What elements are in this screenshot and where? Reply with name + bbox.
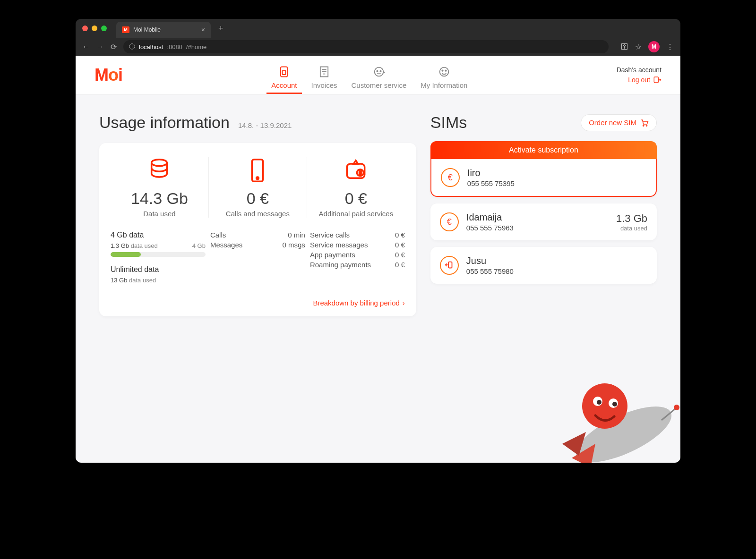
plan1-progress [111,252,206,257]
reload-icon[interactable]: ⟳ [111,42,117,51]
bookmark-star-icon[interactable]: ☆ [635,42,642,51]
url-port: :8080 [167,43,182,51]
nav-label: Invoices [311,81,337,89]
header-account-area: Dash's account Log out [617,66,662,84]
cart-icon [640,119,649,127]
address-bar[interactable]: ⓘ localhost:8080/#home [123,40,609,53]
face-icon [438,65,451,78]
messages-value: 0 msgs [283,241,305,249]
info-icon: ⓘ [129,42,135,51]
svg-point-16 [646,125,647,126]
svg-rect-9 [654,77,658,83]
plan2-title: Unlimited data [111,265,206,274]
svg-rect-17 [448,262,452,268]
sim-card-idamaija[interactable]: € Idamaija 055 555 75963 1.3 Gb data use… [430,203,657,240]
plan1-used: 1.3 Gb [111,242,129,249]
activate-subscription-button[interactable]: Activate subscription [430,141,657,159]
account-name: Dash's account [617,66,662,74]
browser-tab-bar: M Moi Mobile × + [76,19,680,38]
sim-name: Idamaija [466,212,514,223]
metric-label: Calls and messages [214,210,302,218]
url-path: /#home [186,43,206,51]
nav-label: Customer service [352,81,407,89]
plan1-cap: 4 Gb [192,242,206,249]
svg-point-19 [582,383,627,429]
password-key-icon[interactable]: ⚿ [621,42,628,51]
svg-point-15 [643,125,644,126]
sim-number: 055 555 75963 [466,224,514,232]
nav-label: Account [271,81,297,89]
sim-card-jusu[interactable]: Jusu 055 555 75980 [430,247,657,284]
menu-dots-icon[interactable]: ⋮ [666,42,674,51]
transfer-icon [440,256,459,275]
chevron-right-icon: › [403,299,405,307]
metric-data: 14.3 Gb Data used [111,157,208,218]
svg-point-6 [439,68,448,76]
usage-column: Usage information 14.8. - 13.9.2021 14.3… [99,113,416,316]
metric-label: Data used [115,210,204,218]
browser-tab[interactable]: M Moi Mobile × [116,22,211,38]
euro-icon: € [440,212,459,231]
euro-icon: € [441,168,460,187]
logout-label: Log out [628,76,650,84]
order-btn-label: Order new SIM [589,119,636,127]
logout-link[interactable]: Log out [628,76,662,84]
metric-value: 14.3 Gb [115,189,204,208]
srv-label: App payments [310,251,355,259]
sim-selected-group: Activate subscription € Iiro 055 555 753… [430,141,657,197]
breakdown-link[interactable]: Breakdown by billing period › [111,299,405,307]
nav-account[interactable]: Account [271,65,297,94]
browser-toolbar: ← → ⟳ ⓘ localhost:8080/#home ⚿ ☆ M ⋮ [76,38,680,56]
usage-card: 14.3 Gb Data used 0 € Calls and messages… [99,143,416,316]
messages-label: Messages [210,241,242,249]
calls-label: Calls [210,231,226,239]
svg-point-4 [377,71,378,72]
sim-number: 055 555 75980 [466,267,514,275]
sim-usage-label: data used [616,225,647,232]
tab-title: Moi Mobile [133,26,161,33]
order-new-sim-button[interactable]: Order new SIM [581,114,657,131]
svg-rect-1 [283,71,286,75]
svg-point-7 [442,70,443,71]
database-icon [146,157,172,184]
svg-point-24 [674,405,679,410]
profile-avatar[interactable]: M [648,41,660,52]
sim-number: 055 555 75395 [467,179,515,187]
rocket-mascot-illustration [501,349,680,463]
sim-name: Jusu [466,255,514,266]
nav-invoices[interactable]: Invoices [311,65,337,94]
srv-value: 0 € [395,261,405,269]
main-content: Usage information 14.8. - 13.9.2021 14.3… [76,94,680,335]
logo[interactable]: Moi [94,65,122,85]
sim-usage-value: 1.3 Gb [616,212,647,225]
window-minimize-icon[interactable] [92,25,97,31]
svg-point-18 [568,395,679,463]
nav-my-information[interactable]: My Information [421,65,467,94]
headset-icon [372,65,386,78]
forward-icon[interactable]: → [96,42,104,51]
srv-value: 0 € [395,241,405,249]
svg-point-8 [445,70,446,71]
sims-title: SIMs [430,113,467,132]
usage-title: Usage information [99,113,230,132]
nav-customer-service[interactable]: Customer service [352,65,407,94]
new-tab-icon[interactable]: + [218,24,223,34]
plan1-used-lbl: data used [131,242,158,249]
svg-point-3 [375,68,384,76]
svg-point-21 [597,400,601,405]
window-maximize-icon[interactable] [101,25,107,31]
metric-value: 0 € [312,189,400,208]
tab-close-icon[interactable]: × [201,26,205,34]
svg-point-22 [609,398,618,408]
srv-label: Service messages [310,241,368,249]
window-close-icon[interactable] [82,25,88,31]
plan1-title: 4 Gb data [111,231,206,239]
back-icon[interactable]: ← [82,42,90,51]
sim-card-iiro[interactable]: € Iiro 055 555 75395 [430,159,657,197]
svg-point-5 [380,71,381,72]
favicon-icon: M [122,26,129,33]
window-controls [82,25,107,31]
primary-nav: Account Invoices Customer service My Inf… [271,56,467,94]
srv-label: Service calls [310,231,350,239]
svg-point-10 [152,160,167,166]
